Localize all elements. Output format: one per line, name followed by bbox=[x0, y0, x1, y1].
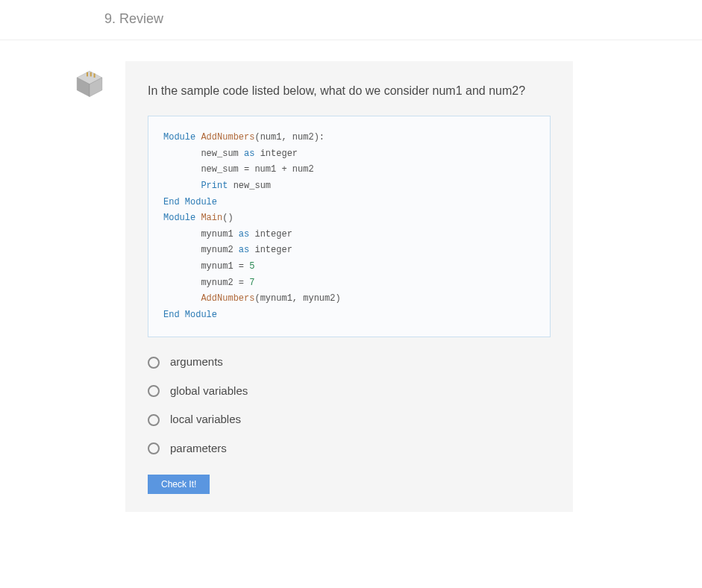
option-label: local variables bbox=[170, 411, 241, 428]
option-label: global variables bbox=[170, 383, 248, 400]
option-global-variables[interactable]: global variables bbox=[148, 383, 551, 400]
options-list: arguments global variables local variabl… bbox=[148, 354, 551, 457]
option-arguments[interactable]: arguments bbox=[148, 354, 551, 371]
question-card: In the sample code listed below, what do… bbox=[125, 61, 573, 512]
svg-rect-3 bbox=[87, 72, 88, 77]
cube-icon bbox=[75, 69, 104, 98]
question-block-1: In the sample code listed below, what do… bbox=[0, 40, 702, 512]
option-local-variables[interactable]: local variables bbox=[148, 411, 551, 428]
radio-icon bbox=[148, 385, 160, 397]
section-header: 9. Review bbox=[0, 0, 702, 40]
option-label: parameters bbox=[170, 440, 227, 457]
option-parameters[interactable]: parameters bbox=[148, 440, 551, 457]
check-it-button[interactable]: Check It! bbox=[148, 475, 210, 494]
radio-icon bbox=[148, 442, 160, 454]
svg-rect-4 bbox=[90, 72, 92, 77]
radio-icon bbox=[148, 357, 160, 369]
radio-icon bbox=[148, 414, 160, 426]
code-block: Module AddNumbers(num1, num2): new_sum a… bbox=[148, 116, 551, 337]
section-title: 9. Review bbox=[104, 11, 163, 26]
svg-rect-5 bbox=[94, 73, 95, 78]
option-label: arguments bbox=[170, 354, 223, 371]
question-block-2: Fill in the blanks with the appropriate … bbox=[0, 572, 702, 588]
question-prompt: In the sample code listed below, what do… bbox=[148, 81, 551, 101]
